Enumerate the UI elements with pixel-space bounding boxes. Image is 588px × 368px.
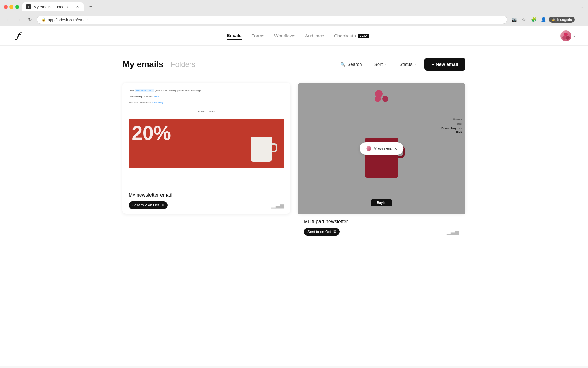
view-results-overlay[interactable]: View results [360, 142, 403, 155]
email-card-footer-2: Multi-part newsletter Sent to on Oct 10 … [298, 214, 466, 240]
preview-mug-image [251, 137, 278, 168]
stats-icon-2[interactable]: ▁▃▅ [447, 228, 459, 235]
avatar-chevron-icon[interactable]: ⌄ [573, 34, 576, 38]
email-card-newsletter[interactable]: Dear First name / friend , this is me se… [123, 83, 290, 214]
browser-titlebar: f My emails | Flodesk ✕ + ⌄ [0, 0, 588, 13]
incognito-label: Incognito [557, 17, 572, 22]
folders-link[interactable]: Folders [171, 60, 195, 69]
nav-forms[interactable]: Forms [251, 32, 265, 40]
incognito-icon: 🕵 [551, 17, 556, 22]
sort-label: Sort [374, 62, 383, 67]
new-email-button[interactable]: + New email [424, 58, 466, 71]
nav-avatar-wrapper: ⌄ [560, 30, 576, 41]
preview-divider [129, 107, 284, 107]
search-icon: 🔍 [340, 62, 345, 67]
email-card-multipart[interactable]: ··· On [298, 83, 466, 214]
window-controls [4, 5, 19, 9]
tab-favicon: f [26, 4, 31, 9]
emails-grid: Dear First name / friend , this is me se… [123, 83, 466, 214]
back-button[interactable]: ← [4, 15, 12, 24]
email-card-footer-1: My newsletter email Sent to 2 on Oct 10 … [123, 187, 290, 214]
nav-emails[interactable]: Emails [227, 32, 241, 40]
flogo-bottom-right [382, 96, 388, 102]
svg-point-2 [566, 36, 570, 40]
search-label: Search [347, 62, 362, 67]
logo[interactable]: 𝑓 [12, 30, 23, 41]
view-results-label: View results [374, 146, 397, 151]
nav-checkouts[interactable]: Checkouts BETA [334, 32, 369, 40]
stats-icon-1[interactable]: ▁▃▅ [271, 202, 284, 209]
nav-audience[interactable]: Audience [305, 32, 324, 40]
buy-it-button[interactable]: Buy it! [371, 199, 392, 206]
extensions-icon[interactable]: 🧩 [529, 15, 538, 24]
preview-line-1: Dear First name / friend , this is me se… [129, 89, 284, 92]
window-collapse-button[interactable]: ⌄ [581, 4, 584, 9]
forward-button[interactable]: → [15, 15, 23, 24]
page-title-group: My emails Folders [123, 59, 195, 69]
email-card-name-2: Multi-part newsletter [304, 219, 459, 224]
avatar-logo [562, 32, 570, 40]
camera-off-icon[interactable]: 📷 [510, 15, 518, 24]
mug-white [251, 137, 272, 162]
profile-icon[interactable]: 👤 [539, 15, 548, 24]
preview-image-red: 20% [129, 119, 284, 168]
app-container: 𝑓 Emails Forms Workflows Audience Checko… [0, 26, 588, 366]
search-button[interactable]: 🔍 Search [335, 59, 367, 70]
preview-nav-shop: Shop [209, 110, 215, 113]
sort-button[interactable]: Sort ⌄ [369, 59, 392, 70]
preview-link-something: something. [152, 101, 164, 104]
browser-menu-button[interactable]: ⋮ [576, 15, 584, 24]
preview-mug-container: One twothree Please buy ourmug [298, 102, 466, 214]
status-label: Status [399, 62, 413, 67]
lock-icon: 🔒 [41, 17, 46, 22]
mug-cta-text: Please buy ourmug [441, 127, 462, 133]
incognito-badge: 🕵 Incognito [549, 17, 575, 23]
svg-point-1 [562, 36, 566, 40]
window-close-button[interactable] [4, 5, 8, 9]
status-chevron-icon: ⌄ [414, 62, 417, 66]
page-title: My emails [123, 59, 164, 69]
url-text: app.flodesk.com/emails [48, 17, 89, 22]
preview-line-2: I am writing more stuff here. [129, 95, 284, 98]
sent-badge-2[interactable]: Sent to on Oct 10 [304, 228, 340, 236]
email-preview-newsletter: Dear First name / friend , this is me se… [123, 83, 290, 187]
new-tab-button[interactable]: + [87, 2, 95, 11]
nav-checkouts-label: Checkouts [334, 33, 356, 38]
mug-text-overlay: One twothree Please buy ourmug [441, 117, 462, 133]
browser-tab[interactable]: f My emails | Flodesk ✕ [22, 2, 84, 11]
tab-title: My emails | Flodesk [33, 5, 69, 9]
email-card-meta-1: Sent to 2 on Oct 10 ▁▃▅ [129, 201, 284, 209]
preview-line-3: And now I will attach something. [129, 101, 284, 104]
address-bar[interactable]: 🔒 app.flodesk.com/emails [37, 16, 507, 24]
sent-badge-1[interactable]: Sent to 2 on Oct 10 [129, 201, 168, 209]
browser-chrome: f My emails | Flodesk ✕ + ⌄ ← → ↻ 🔒 app.… [0, 0, 588, 26]
refresh-button[interactable]: ↻ [26, 15, 34, 24]
nav-workflows[interactable]: Workflows [274, 32, 295, 40]
browser-toolbar: ← → ↻ 🔒 app.flodesk.com/emails 📷 ☆ 🧩 👤 🕵… [0, 13, 588, 26]
preview-nav: Home Shop [129, 110, 284, 113]
preview-firstname-tag: First name / friend [135, 89, 154, 92]
flogo-bottom-left [375, 96, 381, 102]
bookmark-icon[interactable]: ☆ [519, 15, 528, 24]
email-preview-multipart: ··· On [298, 83, 466, 214]
preview-nav-home: Home [198, 110, 204, 113]
page-actions: 🔍 Search Sort ⌄ Status ⌄ + New email [335, 58, 466, 71]
preview-bold-word: writing [134, 95, 142, 98]
email-card-meta-2: Sent to on Oct 10 ▁▃▅ [304, 228, 459, 236]
beta-badge: BETA [358, 34, 369, 38]
preview-percent-text: 20% [132, 122, 171, 144]
logo-icon: 𝑓 [17, 31, 19, 41]
top-nav: 𝑓 Emails Forms Workflows Audience Checko… [0, 26, 588, 46]
nav-links: Emails Forms Workflows Audience Checkout… [36, 32, 560, 40]
nav-avatar[interactable] [560, 30, 571, 41]
flodesk-logo-preview [375, 90, 388, 102]
tab-close-button[interactable]: ✕ [75, 4, 80, 9]
window-maximize-button[interactable] [15, 5, 19, 9]
window-minimize-button[interactable] [9, 5, 13, 9]
three-dots-button[interactable]: ··· [455, 86, 462, 93]
status-button[interactable]: Status ⌄ [394, 59, 422, 70]
browser-actions: 📷 ☆ 🧩 👤 🕵 Incognito ⋮ [510, 15, 584, 24]
page-content: My emails Folders 🔍 Search Sort ⌄ Status… [110, 46, 478, 226]
svg-point-0 [564, 33, 568, 36]
page-header: My emails Folders 🔍 Search Sort ⌄ Status… [123, 58, 466, 71]
